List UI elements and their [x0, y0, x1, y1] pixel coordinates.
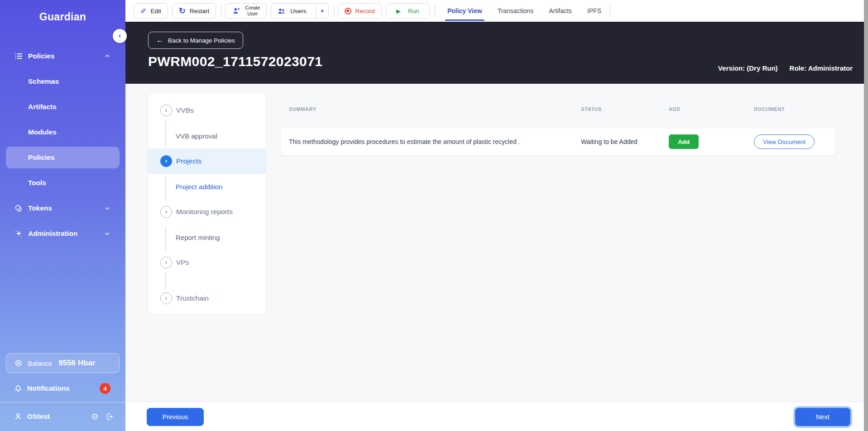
sidebar-item-label: Administration	[28, 230, 77, 238]
run-label: Run	[408, 8, 419, 14]
chevron-down-icon	[104, 230, 110, 237]
status-cell: Waiting to be Added	[581, 138, 669, 145]
step-vvbs[interactable]: › VVBs	[148, 99, 266, 122]
tab-label: Transactions	[498, 7, 534, 14]
sidebar-item-modules[interactable]: Modules	[0, 120, 125, 145]
restart-label: Restart	[190, 8, 210, 14]
pencil-icon: ✐	[140, 7, 146, 15]
chevron-left-icon: ‹	[119, 31, 121, 40]
create-user-label-line1: Create	[245, 5, 260, 11]
step-projects[interactable]: › Projects	[148, 148, 266, 174]
chevron-up-icon	[104, 53, 110, 59]
step-report-minting[interactable]: Report minting	[148, 226, 266, 249]
chevron-right-circle-icon: ›	[160, 105, 172, 116]
sidebar-item-schemas[interactable]: Schemas	[0, 69, 125, 94]
toolbar: ✐ Edit ↻ Restart Create User	[125, 0, 868, 22]
sidebar-item-tokens[interactable]: Tokens	[0, 196, 125, 221]
document-cell: View Document	[754, 134, 835, 149]
substep-label: Report minting	[176, 234, 220, 241]
sidebar-item-label: Modules	[28, 128, 57, 136]
step-label: VVBs	[176, 106, 194, 115]
add-cell: Add	[669, 134, 754, 149]
view-document-button[interactable]: View Document	[754, 134, 815, 149]
tab-artifacts[interactable]: Artifacts	[541, 0, 580, 22]
create-user-label-line2: User	[245, 11, 260, 17]
step-label: VPs	[176, 259, 189, 267]
record-button[interactable]: Record	[338, 3, 382, 19]
sidebar-item-policies[interactable]: Policies	[0, 43, 125, 69]
tab-transactions[interactable]: Transactions	[490, 0, 542, 22]
tab-ipfs[interactable]: IPFS	[580, 0, 609, 22]
summary-cell: This methodology provides procedures to …	[281, 138, 581, 145]
restart-icon: ↻	[179, 6, 186, 16]
username: OStest	[27, 412, 50, 421]
edit-button[interactable]: ✐ Edit	[134, 3, 168, 19]
footer-bar: Previous Next	[125, 402, 868, 431]
step-vvb-approval[interactable]: VVB approval	[148, 125, 266, 147]
substep-label: VVB approval	[176, 132, 217, 140]
users-button[interactable]: Users	[271, 4, 312, 19]
toolbar-divider	[610, 5, 610, 17]
sidebar-collapse-button[interactable]: ‹	[113, 29, 127, 43]
sidebar-item-administration[interactable]: Administration	[0, 221, 125, 246]
sidebar-item-policies-selected[interactable]: Policies	[6, 147, 120, 168]
sidebar-item-tools[interactable]: Tools	[0, 170, 125, 196]
arrow-left-icon: ←	[156, 36, 163, 44]
chevron-right-circle-icon: ›	[160, 292, 172, 304]
sidebar-nav: Policies Schemas Artifacts Modules Polic…	[0, 43, 125, 246]
role-label: Role: Administrator	[790, 64, 853, 72]
sidebar-divider	[0, 402, 125, 402]
page-scrollbar[interactable]	[864, 0, 868, 431]
step-label: Trustchain	[176, 294, 209, 302]
coins-icon	[14, 203, 24, 213]
chevron-down-icon	[104, 205, 110, 211]
sidebar-item-label: Policies	[28, 52, 55, 60]
restart-button[interactable]: ↻ Restart	[172, 3, 216, 19]
notifications-label: Notifications	[27, 384, 70, 393]
coin-icon	[14, 359, 23, 368]
sidebar-item-label: Policies	[28, 153, 55, 162]
chevron-right-circle-icon: ›	[160, 155, 172, 167]
users-split-button: Users ▼	[271, 3, 328, 19]
step-project-addition[interactable]: Project addition	[148, 175, 266, 198]
gear-icon[interactable]: ⚙	[91, 412, 99, 421]
next-button[interactable]: Next	[795, 408, 850, 426]
main-area: ✐ Edit ↻ Restart Create User	[125, 0, 868, 431]
toolbar-divider	[334, 5, 334, 17]
run-button[interactable]: ▶ Run	[386, 3, 430, 19]
toolbar-divider	[435, 5, 435, 17]
chevron-right-circle-icon: ›	[160, 206, 172, 218]
add-button[interactable]: Add	[669, 134, 699, 149]
user-row: OStest ⚙	[0, 406, 125, 427]
active-tab-underline	[445, 19, 484, 21]
previous-button[interactable]: Previous	[147, 408, 204, 426]
logout-icon[interactable]	[105, 412, 114, 421]
documents-table: SUMMARY STATUS ADD DOCUMENT This methodo…	[281, 104, 835, 155]
users-dropdown-button[interactable]: ▼	[316, 4, 328, 19]
step-monitoring-reports[interactable]: › Monitoring reports	[148, 201, 266, 223]
user-icon	[14, 412, 23, 421]
app-logo: Guardian	[0, 11, 125, 23]
caret-down-icon: ▼	[320, 9, 325, 14]
chevron-right-circle-icon: ›	[160, 257, 172, 268]
tab-label: Artifacts	[549, 7, 572, 14]
sidebar-item-artifacts[interactable]: Artifacts	[0, 94, 125, 120]
person-add-icon	[232, 6, 241, 15]
tab-policy-view[interactable]: Policy View	[440, 0, 490, 22]
step-vps[interactable]: › VPs	[148, 251, 266, 274]
notifications-count-badge: 4	[100, 383, 110, 394]
policy-meta: Version: (Dry Run) Role: Administrator	[718, 64, 853, 72]
policy-header: ‹ ← Back to Manage Policies PWRM002_1711…	[125, 22, 868, 84]
list-icon	[14, 51, 24, 61]
balance-card[interactable]: Balance 9556 Hbar	[6, 353, 120, 373]
edit-label: Edit	[150, 8, 161, 14]
step-trustchain[interactable]: › Trustchain	[148, 287, 266, 310]
sidebar-item-notifications[interactable]: Notifications 4	[0, 378, 125, 398]
record-label: Record	[355, 8, 375, 14]
back-to-manage-policies-button[interactable]: ← Back to Manage Policies	[148, 32, 243, 49]
record-icon	[345, 8, 351, 14]
back-label: Back to Manage Policies	[168, 37, 235, 44]
create-user-button[interactable]: Create User	[225, 3, 267, 19]
column-header-summary: SUMMARY	[281, 106, 581, 112]
stepper-panel: › VVBs VVB approval › Projects Project a…	[148, 93, 266, 315]
